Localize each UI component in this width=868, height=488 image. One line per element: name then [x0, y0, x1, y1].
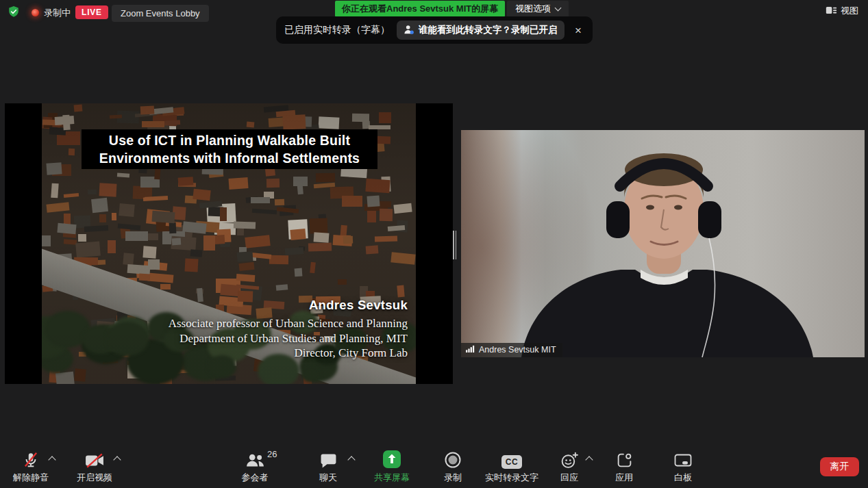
slide-credits: Andres Sevtsuk Associate professor of Ur…: [169, 298, 408, 361]
live-badge: LIVE: [75, 5, 108, 19]
reactions-options-chevron-icon[interactable]: [585, 456, 593, 463]
speaker-name: Andres Sevtsuk: [169, 298, 408, 313]
slide-photo: Use of ICT in Planning Walkable Built En…: [42, 103, 416, 384]
view-options-label: 视图选项: [515, 3, 551, 15]
start-video-button[interactable]: 开启视频: [77, 449, 112, 484]
transcription-enabled-message: 已启用实时转录（字幕）: [284, 24, 390, 36]
participant-name-label: Andres Sevtsuk MIT: [461, 343, 562, 357]
record-button[interactable]: 录制: [444, 449, 462, 484]
panel-resize-handle[interactable]: [453, 231, 456, 259]
watching-screen-banner: 你正在观看Andres Sevtsuk MIT的屏幕: [335, 1, 505, 17]
layout-view-icon: [826, 5, 837, 17]
video-options-chevron-icon[interactable]: [113, 456, 121, 463]
view-options-button[interactable]: 视图选项: [507, 1, 569, 17]
meeting-toolbar: 解除静音 开启视频: [0, 446, 868, 488]
signal-bars-icon: [466, 345, 475, 355]
chat-options-chevron-icon[interactable]: [347, 456, 355, 463]
live-transcript-label: 实时转录文字: [485, 472, 538, 484]
participants-button[interactable]: 26 参会者: [242, 449, 269, 484]
whiteboard-icon: [674, 449, 692, 469]
record-icon: [444, 449, 462, 469]
speaker-credit-2: Department of Urban Studies and Planning…: [169, 331, 408, 346]
view-button[interactable]: 视图: [826, 5, 858, 17]
view-button-label: 视图: [841, 5, 858, 17]
unmute-label: 解除静音: [13, 472, 49, 484]
who-can-see-transcript-label: 谁能看到此转录文字？录制已开启: [419, 24, 558, 36]
participant-name-text: Andres Sevtsuk MIT: [479, 345, 556, 355]
start-video-label: 开启视频: [77, 472, 112, 484]
share-screen-icon: [382, 449, 401, 469]
person-icon: [404, 25, 414, 36]
close-icon[interactable]: ×: [572, 23, 584, 38]
live-transcript-button[interactable]: CC 实时转录文字: [485, 449, 538, 484]
recording-dot-icon: [32, 9, 39, 16]
apps-button[interactable]: 应用: [615, 449, 633, 484]
leave-button[interactable]: 离开: [820, 457, 859, 476]
audio-options-chevron-icon[interactable]: [48, 456, 55, 463]
recording-status: 录制中: [44, 7, 71, 19]
apps-label: 应用: [615, 472, 633, 484]
apps-icon: [616, 449, 633, 469]
microphone-muted-icon: [22, 449, 40, 469]
zoom-meeting-window: 录制中 LIVE Zoom Events Lobby 你正在观看Andres S…: [0, 0, 868, 488]
participants-icon: 26: [245, 449, 264, 469]
participant-video-tile: Andres Sevtsuk MIT: [461, 130, 865, 357]
participant-person: [461, 130, 865, 357]
cc-icon: CC: [501, 449, 522, 469]
chat-button[interactable]: 聊天: [319, 449, 337, 484]
camera-off-icon: [85, 449, 104, 469]
participants-label: 参会者: [242, 472, 269, 484]
participants-count: 26: [267, 449, 277, 459]
whiteboard-button[interactable]: 白板: [674, 449, 692, 484]
chat-label: 聊天: [319, 472, 337, 484]
whiteboard-label: 白板: [674, 472, 692, 484]
unmute-button[interactable]: 解除静音: [13, 449, 49, 484]
share-screen-label: 共享屏幕: [374, 472, 410, 484]
shared-screen-panel: Use of ICT in Planning Walkable Built En…: [5, 103, 453, 384]
reactions-label: 回应: [560, 472, 578, 484]
speaker-credit-1: Associate professor of Urban Science and…: [169, 316, 408, 331]
zoom-events-lobby-button[interactable]: Zoom Events Lobby: [112, 5, 209, 22]
slide-title: Use of ICT in Planning Walkable Built En…: [82, 129, 377, 169]
who-can-see-transcript-button[interactable]: 谁能看到此转录文字？录制已开启: [397, 21, 565, 40]
slide-title-line1: Use of ICT in Planning Walkable Built: [109, 131, 350, 149]
reactions-smiley-icon: [560, 449, 579, 469]
share-screen-button[interactable]: 共享屏幕: [374, 449, 410, 484]
security-shield-icon[interactable]: [8, 5, 20, 18]
speaker-credit-3: Director, City Form Lab: [169, 346, 408, 361]
chat-bubble-icon: [320, 449, 337, 469]
chevron-down-icon: [555, 5, 562, 12]
slide-title-line2: Environments with Informal Settlements: [99, 149, 360, 167]
transcription-notification-bar: 已启用实时转录（字幕） 谁能看到此转录文字？录制已开启 ×: [276, 16, 593, 44]
reactions-button[interactable]: 回应: [560, 449, 579, 484]
record-label: 录制: [444, 472, 462, 484]
